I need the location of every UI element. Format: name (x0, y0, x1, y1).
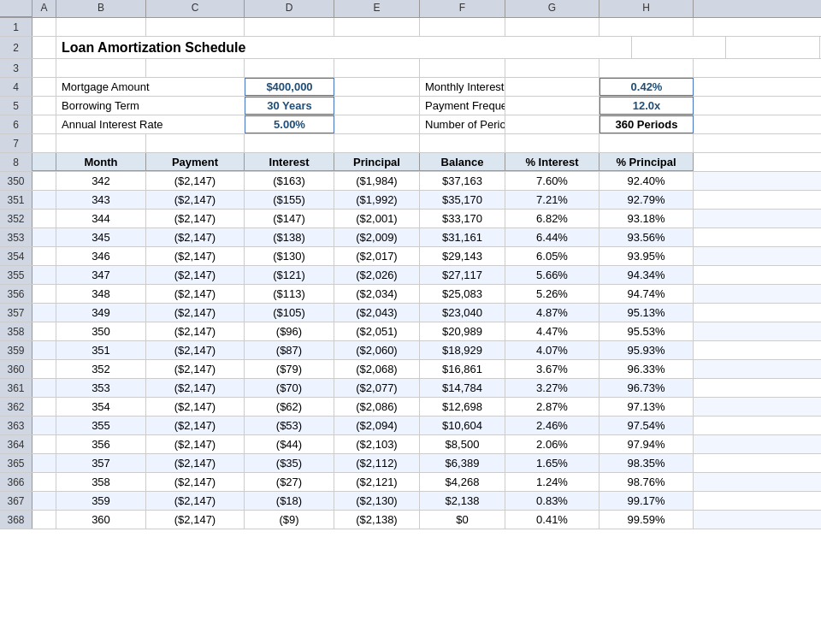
row-3: 3 (0, 59, 821, 78)
cell-payment: ($2,147) (146, 322, 245, 340)
table-row: 367 359 ($2,147) ($18) ($2,130) $2,138 0… (0, 492, 821, 511)
cell-payment: ($2,147) (146, 417, 245, 434)
cell-pct-interest: 4.47% (505, 322, 600, 340)
cell-4g (505, 78, 600, 96)
cell-interest: ($44) (245, 435, 334, 453)
cell-month: 355 (56, 417, 146, 434)
rownum-7: 7 (0, 134, 32, 152)
cell-payment: ($2,147) (146, 210, 245, 227)
cell-principal: ($2,138) (334, 511, 420, 529)
cell-1g (505, 18, 600, 36)
monthly-value[interactable]: 0.42% (600, 78, 694, 96)
rownum: 366 (0, 473, 32, 491)
cell-pct-interest: 1.65% (505, 454, 600, 472)
table-header-row: 8 Month Payment Interest Principal Balan… (0, 153, 821, 172)
cell-month: 344 (56, 210, 146, 227)
cell-payment: ($2,147) (146, 360, 245, 378)
cell-1f (420, 18, 505, 36)
cell-interest: ($62) (245, 398, 334, 416)
cell-pct-principal: 92.40% (600, 172, 694, 190)
cell-interest: ($27) (245, 473, 334, 491)
cell-pct-principal: 94.34% (600, 266, 694, 284)
cell-month: 347 (56, 266, 146, 284)
cell-balance: $37,163 (420, 172, 505, 190)
cell-month: 349 (56, 304, 146, 322)
cell-pct-interest: 1.24% (505, 473, 600, 491)
cell-interest: ($79) (245, 360, 334, 378)
cell-balance: $25,083 (420, 285, 505, 303)
cell-principal: ($2,094) (334, 417, 420, 434)
cell-month: 358 (56, 473, 146, 491)
table-row: 357 349 ($2,147) ($105) ($2,043) $23,040… (0, 304, 821, 322)
cell-interest: ($18) (245, 492, 334, 510)
rownum-8: 8 (0, 153, 32, 171)
cell-pct-principal: 95.53% (600, 322, 694, 340)
table-row: 361 353 ($2,147) ($70) ($2,077) $14,784 … (0, 379, 821, 398)
cell-pct-principal: 93.18% (600, 210, 694, 227)
cell-interest: ($155) (245, 191, 334, 209)
annual-value[interactable]: 5.00% (245, 115, 334, 133)
cell-balance: $18,929 (420, 341, 505, 359)
cell-1e (334, 18, 420, 36)
cell-a (32, 473, 56, 491)
cell-principal: ($2,086) (334, 398, 420, 416)
cell-principal: ($2,043) (334, 304, 420, 322)
cell-balance: $20,989 (420, 322, 505, 340)
rownum: 360 (0, 360, 32, 378)
cell-pct-principal: 95.13% (600, 304, 694, 322)
cell-month: 345 (56, 228, 146, 246)
cell-pct-interest: 7.60% (505, 172, 600, 190)
cell-pct-interest: 5.26% (505, 285, 600, 303)
header-pct-principal: % Principal (600, 153, 694, 171)
mortgage-value[interactable]: $400,000 (245, 78, 334, 96)
cell-principal: ($2,026) (334, 266, 420, 284)
rownum: 364 (0, 435, 32, 453)
cell-interest: ($9) (245, 511, 334, 529)
cell-payment: ($2,147) (146, 398, 245, 416)
cell-7g (505, 134, 600, 152)
cell-pct-interest: 0.83% (505, 492, 600, 510)
table-row: 368 360 ($2,147) ($9) ($2,138) $0 0.41% … (0, 511, 821, 529)
cell-6g (505, 115, 600, 133)
cell-principal: ($1,984) (334, 172, 420, 190)
cell-payment: ($2,147) (146, 454, 245, 472)
cell-pct-principal: 97.54% (600, 417, 694, 434)
cell-7c (146, 134, 245, 152)
annual-label: Annual Interest Rate (56, 115, 245, 133)
cell-1b (56, 18, 146, 36)
cell-a (32, 210, 56, 227)
borrowing-label: Borrowing Term (56, 97, 245, 115)
frequency-value[interactable]: 12.0x (600, 97, 694, 115)
cell-balance: $35,170 (420, 191, 505, 209)
cell-balance: $23,040 (420, 304, 505, 322)
rownum-6: 6 (0, 115, 32, 133)
table-row: 351 343 ($2,147) ($155) ($1,992) $35,170… (0, 191, 821, 210)
rownum: 361 (0, 379, 32, 397)
periods-value[interactable]: 360 Periods (600, 115, 694, 133)
header-pct-interest: % Interest (505, 153, 600, 171)
cell-pct-principal: 97.13% (600, 398, 694, 416)
rownum: 352 (0, 210, 32, 227)
rownum: 357 (0, 304, 32, 322)
cell-pct-principal: 99.17% (600, 492, 694, 510)
cell-pct-principal: 99.59% (600, 511, 694, 529)
cell-pct-principal: 96.33% (600, 360, 694, 378)
cell-1c (146, 18, 245, 36)
rownum: 358 (0, 322, 32, 340)
cell-5g (505, 97, 600, 115)
cell-principal: ($2,130) (334, 492, 420, 510)
borrowing-value[interactable]: 30 Years (245, 97, 334, 115)
cell-payment: ($2,147) (146, 341, 245, 359)
cell-payment: ($2,147) (146, 247, 245, 265)
monthly-label: Monthly Interest Rate (420, 78, 505, 96)
rownum: 355 (0, 266, 32, 284)
cell-month: 360 (56, 511, 146, 529)
cell-balance: $27,117 (420, 266, 505, 284)
rownum: 359 (0, 341, 32, 359)
cell-interest: ($130) (245, 247, 334, 265)
cell-3a (32, 59, 56, 77)
cell-balance: $2,138 (420, 492, 505, 510)
cell-balance: $4,268 (420, 473, 505, 491)
cell-principal: ($2,051) (334, 322, 420, 340)
table-row: 358 350 ($2,147) ($96) ($2,051) $20,989 … (0, 322, 821, 341)
